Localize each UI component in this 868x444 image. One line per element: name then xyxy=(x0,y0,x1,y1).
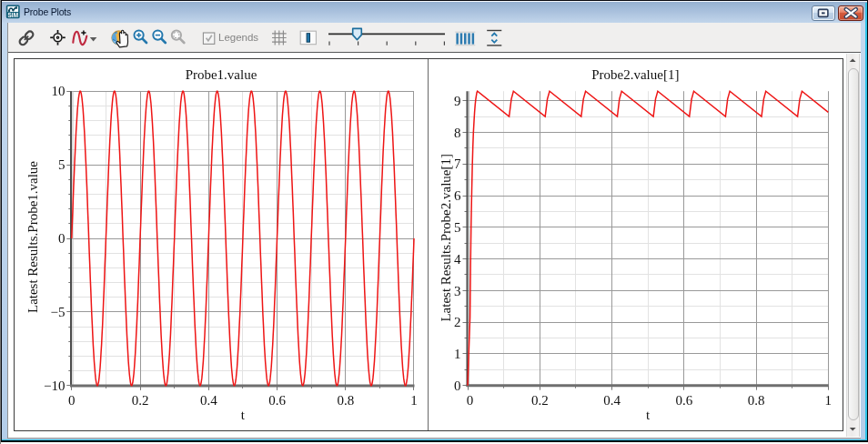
svg-text:3: 3 xyxy=(454,284,461,298)
svg-text:0.2: 0.2 xyxy=(132,393,149,408)
svg-text:1: 1 xyxy=(410,393,418,408)
svg-text:10: 10 xyxy=(52,84,66,98)
svg-text:4: 4 xyxy=(454,252,461,267)
svg-text:t: t xyxy=(241,408,246,422)
svg-text:0: 0 xyxy=(68,393,76,408)
svg-text:0.8: 0.8 xyxy=(337,393,354,408)
svg-text:8: 8 xyxy=(454,126,461,140)
svg-text:2: 2 xyxy=(454,315,461,329)
svg-text:7: 7 xyxy=(454,156,461,171)
svg-text:0: 0 xyxy=(454,378,461,393)
svg-text:6: 6 xyxy=(454,188,461,203)
svg-text:t: t xyxy=(646,408,651,422)
svg-text:9: 9 xyxy=(454,94,461,108)
svg-text:0.8: 0.8 xyxy=(748,393,765,408)
svg-text:Latest Results.Probe2.value[1]: Latest Results.Probe2.value[1] xyxy=(439,154,453,322)
svg-text:0: 0 xyxy=(467,393,474,408)
svg-text:1: 1 xyxy=(825,393,833,408)
svg-text:5: 5 xyxy=(58,157,66,172)
svg-text:0: 0 xyxy=(58,231,66,246)
svg-text:−5: −5 xyxy=(51,305,66,319)
svg-text:SIM: SIM xyxy=(8,12,18,18)
svg-text:1: 1 xyxy=(454,347,461,361)
svg-text:Probe2.value[1]: Probe2.value[1] xyxy=(591,67,679,82)
svg-text:0.6: 0.6 xyxy=(268,393,286,408)
svg-text:0.2: 0.2 xyxy=(531,393,549,408)
svg-text:0.4: 0.4 xyxy=(603,393,621,408)
svg-text:5: 5 xyxy=(454,220,461,235)
svg-text:0.4: 0.4 xyxy=(200,393,217,408)
svg-text:Probe1.value: Probe1.value xyxy=(186,67,257,82)
svg-text:Latest Results.Probe1.value: Latest Results.Probe1.value xyxy=(25,161,40,313)
svg-text:−10: −10 xyxy=(44,378,65,393)
svg-text:0.6: 0.6 xyxy=(675,393,692,408)
